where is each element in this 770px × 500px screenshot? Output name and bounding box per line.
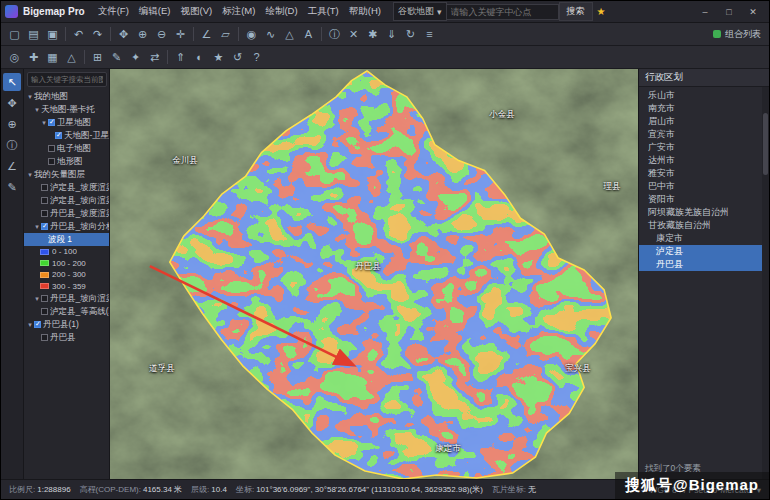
- search-input[interactable]: [447, 4, 559, 20]
- refresh-icon[interactable]: ↻: [401, 25, 420, 43]
- layer-checkbox[interactable]: [41, 210, 48, 217]
- layer-checkbox[interactable]: [34, 321, 41, 328]
- menu-item-5[interactable]: 工具(T): [303, 3, 344, 20]
- delete-icon[interactable]: ✕: [344, 25, 363, 43]
- admin-list-item[interactable]: 甘孜藏族自治州: [639, 219, 769, 232]
- menu-item-0[interactable]: 文件(F): [93, 3, 134, 20]
- layer-tree-item[interactable]: 泸定县_坡度渲染: [24, 181, 109, 194]
- identify-icon[interactable]: ⓘ: [325, 25, 344, 43]
- admin-list-item[interactable]: 康定市: [639, 232, 769, 245]
- expander-icon[interactable]: ▾: [26, 321, 34, 329]
- layer-tree-item[interactable]: 天地图-卫星地图 球面墨卡托: [24, 129, 109, 142]
- admin-scrollbar[interactable]: [762, 87, 769, 479]
- measure-tool-icon[interactable]: ∠: [3, 157, 21, 175]
- draw-polygon-icon[interactable]: △: [280, 25, 299, 43]
- layer-checkbox[interactable]: [41, 197, 48, 204]
- map-canvas[interactable]: [110, 69, 638, 479]
- admin-list-item[interactable]: 巴中市: [639, 180, 769, 193]
- expander-icon[interactable]: ▾: [40, 119, 48, 127]
- bookmark-icon[interactable]: ★: [209, 48, 228, 66]
- menu-item-6[interactable]: 帮助(H): [344, 3, 386, 20]
- basemap-icon[interactable]: ◎: [5, 48, 24, 66]
- draw-text-icon[interactable]: A: [299, 25, 318, 43]
- history-icon[interactable]: ↺: [228, 48, 247, 66]
- expander-icon[interactable]: ▾: [26, 171, 34, 179]
- menu-item-4[interactable]: 绘制(D): [260, 3, 302, 20]
- layer-tree-item[interactable]: 丹巴县_坡度渲染: [24, 207, 109, 220]
- layer-tree-item[interactable]: 泸定县_等高线(238): [24, 305, 109, 318]
- favorite-star-icon[interactable]: ★: [597, 6, 606, 17]
- draw-line-icon[interactable]: ∿: [261, 25, 280, 43]
- sync-icon[interactable]: ⇄: [145, 48, 164, 66]
- admin-list-item[interactable]: 广安市: [639, 141, 769, 154]
- label-tag-icon[interactable]: ✦: [126, 48, 145, 66]
- admin-list-item[interactable]: 阿坝藏族羌族自治州: [639, 206, 769, 219]
- undo-icon[interactable]: ↶: [69, 25, 88, 43]
- draw-point-icon[interactable]: ◉: [242, 25, 261, 43]
- identify-info-icon[interactable]: ⓘ: [3, 136, 21, 154]
- layer-checkbox[interactable]: [41, 334, 48, 341]
- layer-tree-item[interactable]: ▾卫星地图: [24, 116, 109, 129]
- menu-item-2[interactable]: 视图(V): [176, 3, 218, 20]
- expander-icon[interactable]: ▾: [26, 93, 34, 101]
- admin-list-item[interactable]: 达州市: [639, 154, 769, 167]
- expander-icon[interactable]: ▾: [33, 106, 41, 114]
- export-icon[interactable]: ⇑: [171, 48, 190, 66]
- layer-search-input[interactable]: [27, 72, 107, 87]
- save-file-icon[interactable]: ▣: [43, 25, 62, 43]
- layer-tree-item[interactable]: 泸定县_坡向渲染: [24, 194, 109, 207]
- layer-checkbox[interactable]: [48, 119, 55, 126]
- pan-tool-icon[interactable]: ✥: [114, 25, 133, 43]
- map-viewport[interactable]: 金川县小金县理县丹巴县道孚县康定市宝兴县: [110, 69, 638, 479]
- pan-hand-icon[interactable]: ✥: [3, 94, 21, 112]
- layer-checkbox[interactable]: [55, 132, 62, 139]
- layer-checkbox[interactable]: [41, 308, 48, 315]
- add-layer-icon[interactable]: ✚: [24, 48, 43, 66]
- layer-tree-item[interactable]: 丹巴县: [24, 331, 109, 344]
- zoom-in-icon[interactable]: ⊕: [133, 25, 152, 43]
- expander-icon[interactable]: ▾: [33, 223, 41, 231]
- settings-icon[interactable]: ✱: [363, 25, 382, 43]
- layer-tree-item[interactable]: 地形图: [24, 155, 109, 168]
- search-button[interactable]: 搜索: [559, 2, 593, 21]
- layer-checkbox[interactable]: [48, 158, 55, 165]
- layer-tree-item[interactable]: ▾我的地图: [24, 90, 109, 103]
- layer-checkbox[interactable]: [41, 223, 48, 230]
- layer-tree-item[interactable]: ▾丹巴县(1): [24, 318, 109, 331]
- admin-scrollbar-thumb[interactable]: [763, 113, 768, 175]
- layer-list-icon[interactable]: ≡: [420, 25, 439, 43]
- raster-grid-icon[interactable]: ▦: [43, 48, 62, 66]
- layer-tree-item[interactable]: ▾我的矢量图层: [24, 168, 109, 181]
- zoom-out-icon[interactable]: ⊖: [152, 25, 171, 43]
- layer-checkbox[interactable]: [41, 295, 48, 302]
- full-extent-icon[interactable]: ✛: [171, 25, 190, 43]
- expander-icon[interactable]: ▾: [33, 295, 41, 303]
- vector-layer-icon[interactable]: △: [62, 48, 81, 66]
- measure-area-icon[interactable]: ▱: [216, 25, 235, 43]
- layer-tree-item[interactable]: ▾丹巴县_坡向分析_1: [24, 220, 109, 233]
- select-cursor-icon[interactable]: ↖: [3, 73, 21, 91]
- menu-item-3[interactable]: 标注(M): [217, 3, 260, 20]
- minimize-button[interactable]: –: [693, 4, 717, 20]
- group-list-button[interactable]: 组合列表: [713, 28, 765, 41]
- table-view-icon[interactable]: ⊞: [88, 48, 107, 66]
- new-file-icon[interactable]: ▢: [5, 25, 24, 43]
- annotate-icon[interactable]: ✎: [3, 178, 21, 196]
- layer-tree-item[interactable]: ▾天地图-墨卡托: [24, 103, 109, 116]
- redo-icon[interactable]: ↷: [88, 25, 107, 43]
- style-brush-icon[interactable]: ✎: [107, 48, 126, 66]
- close-button[interactable]: ✕: [741, 4, 765, 20]
- admin-list-item[interactable]: 丹巴县: [639, 258, 769, 271]
- snapshot-icon[interactable]: ◐: [190, 48, 209, 66]
- download-icon[interactable]: ⇓: [382, 25, 401, 43]
- admin-list-item[interactable]: 乐山市: [639, 89, 769, 102]
- layer-checkbox[interactable]: [48, 145, 55, 152]
- layer-tree-item[interactable]: 波段 1: [24, 233, 109, 246]
- maximize-button[interactable]: □: [717, 4, 741, 20]
- admin-list-item[interactable]: 泸定县: [639, 245, 769, 258]
- admin-list-item[interactable]: 资阳市: [639, 193, 769, 206]
- admin-list-item[interactable]: 眉山市: [639, 115, 769, 128]
- help-icon[interactable]: ?: [247, 48, 266, 66]
- zoom-box-icon[interactable]: ⊕: [3, 115, 21, 133]
- search-engine-select[interactable]: 谷歌地图 ▾: [393, 2, 447, 21]
